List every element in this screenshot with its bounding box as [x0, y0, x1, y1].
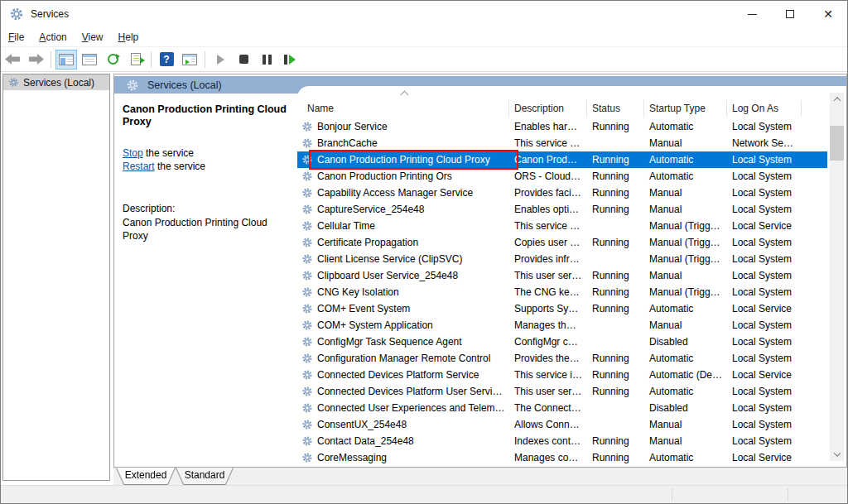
table-row[interactable]: Certificate PropagationCopies user …Runn…: [297, 234, 827, 251]
column-separator[interactable]: [643, 100, 644, 117]
maximize-button[interactable]: [771, 1, 809, 27]
service-gear-icon: [301, 336, 313, 348]
scroll-up-icon[interactable]: [830, 93, 844, 106]
stop-service-line: Stop the service: [123, 146, 290, 160]
cell-startup-type: Manual (Trigg…: [649, 286, 720, 298]
cell-description: ConfigMgr c…: [514, 336, 578, 348]
tab-extended[interactable]: Extended: [117, 468, 175, 484]
cell-log-on-as: Local System: [732, 353, 792, 364]
close-button[interactable]: ✕: [809, 1, 847, 27]
service-gear-icon: [301, 386, 313, 397]
restart-service-button[interactable]: [279, 50, 301, 70]
column-separator[interactable]: [801, 100, 802, 117]
cell-description: Provides infr…: [514, 253, 580, 265]
show-action-pane-button[interactable]: [179, 50, 200, 70]
column-header-description[interactable]: Description: [514, 103, 564, 114]
view-tabstrip: Extended Standard: [113, 467, 847, 485]
start-service-button[interactable]: [210, 50, 231, 70]
tab-extended-label: Extended: [117, 468, 175, 483]
menu-action[interactable]: Action: [31, 29, 74, 46]
table-row[interactable]: Contact Data_254e48Indexes cont…RunningM…: [297, 433, 827, 449]
column-header-log-on-as[interactable]: Log On As: [732, 103, 778, 114]
column-header-name[interactable]: Name: [307, 103, 334, 114]
cell-log-on-as: Local System: [732, 204, 792, 215]
table-row[interactable]: CNG Key IsolationThe CNG ke…RunningManua…: [297, 284, 827, 300]
table-row[interactable]: Connected Devices Platform User Servi…Th…: [297, 383, 827, 400]
service-gear-icon: [301, 237, 313, 248]
statusbar-separator: [788, 488, 788, 502]
service-detail-panel: Canon Production Printing Cloud Proxy St…: [114, 94, 298, 467]
table-row[interactable]: BranchCacheThis service …ManualNetwork S…: [297, 135, 827, 151]
column-separator[interactable]: [586, 100, 587, 117]
column-header-status[interactable]: Status: [592, 103, 620, 114]
stop-service-link[interactable]: Stop: [123, 147, 143, 159]
tab-standard[interactable]: Standard: [176, 468, 233, 484]
table-row[interactable]: CaptureService_254e48Enables opti…Runnin…: [297, 201, 827, 218]
menu-view[interactable]: View: [75, 29, 111, 46]
export-list-button[interactable]: [125, 50, 147, 70]
cell-startup-type: Manual (Trigg…: [649, 253, 720, 265]
refresh-button[interactable]: [102, 50, 123, 70]
toolbar: ?: [1, 47, 847, 72]
service-actions: Stop the service Restart the service: [123, 146, 290, 173]
table-row[interactable]: COM+ Event SystemSupports Sy…RunningAuto…: [297, 300, 827, 317]
menu-bar: File Action View Help: [1, 27, 847, 47]
stop-service-button[interactable]: [233, 50, 254, 70]
table-row[interactable]: Clipboard User Service_254e48This user s…: [297, 267, 827, 284]
cell-name: ConsentUX_254e48: [317, 419, 407, 430]
scroll-down-icon[interactable]: [830, 448, 844, 461]
pane-header-title: Services (Local): [147, 79, 222, 91]
restart-service-text: the service: [155, 161, 205, 172]
cell-log-on-as: Local System: [732, 435, 792, 447]
table-row[interactable]: Client License Service (ClipSVC)Provides…: [297, 251, 827, 267]
cell-startup-type: Manual: [649, 137, 682, 149]
menu-file[interactable]: File: [1, 29, 31, 46]
properties-button[interactable]: [79, 50, 100, 70]
column-separator[interactable]: [508, 100, 509, 117]
service-gear-icon: [301, 369, 313, 381]
cell-log-on-as: Local System: [732, 154, 792, 166]
table-row[interactable]: Capability Access Manager ServiceProvide…: [297, 185, 827, 201]
vertical-scrollbar[interactable]: [830, 93, 844, 461]
cell-status: Running: [592, 154, 629, 166]
table-row[interactable]: Configuration Manager Remote ControlProv…: [297, 350, 827, 367]
cell-startup-type: Automatic: [649, 170, 693, 182]
cell-description: Provides the…: [514, 353, 580, 364]
menu-help[interactable]: Help: [111, 29, 147, 46]
table-row[interactable]: COM+ System ApplicationManages th…Manual…: [297, 317, 827, 334]
column-separator[interactable]: [726, 100, 727, 117]
cell-name: COM+ System Application: [317, 319, 433, 331]
cell-description: Enables har…: [514, 121, 577, 132]
table-row[interactable]: Canon Production Printing OrsORS - Cloud…: [297, 168, 827, 185]
table-row[interactable]: Connected User Experiences and Telem…The…: [297, 400, 827, 416]
table-row[interactable]: Connected Devices Platform ServiceThis s…: [297, 367, 827, 383]
table-row[interactable]: Cellular TimeThis service …Manual (Trigg…: [297, 218, 827, 234]
table-row[interactable]: CoreMessagingManages co…RunningAutomatic…: [297, 449, 827, 466]
cell-log-on-as: Network Se…: [732, 137, 793, 149]
show-console-tree-button[interactable]: [55, 50, 77, 70]
cell-startup-type: Manual: [649, 419, 682, 430]
cell-log-on-as: Local System: [732, 336, 792, 348]
forward-button[interactable]: [25, 50, 46, 70]
cell-status: Running: [592, 121, 629, 132]
table-row[interactable]: ConfigMgr Task Sequence AgentConfigMgr c…: [297, 334, 827, 350]
cell-log-on-as: Local System: [732, 270, 792, 281]
annotation-highlight-box: [309, 150, 518, 170]
minimize-button[interactable]: [733, 1, 771, 27]
table-row[interactable]: Bonjour ServiceEnables har…RunningAutoma…: [297, 118, 827, 135]
help-button[interactable]: ?: [156, 50, 177, 70]
tree-item-services-local[interactable]: Services (Local): [3, 74, 109, 90]
back-button[interactable]: [2, 50, 23, 70]
cell-status: Running: [592, 204, 629, 215]
column-header-startup-type[interactable]: Startup Type: [649, 103, 706, 114]
window-title: Services: [31, 8, 69, 20]
tree-item-label: Services (Local): [23, 77, 94, 89]
help-icon: ?: [160, 52, 174, 66]
scrollbar-thumb[interactable]: [830, 126, 844, 161]
table-row[interactable]: Canon Production Printing Cloud ProxyCan…: [297, 151, 827, 168]
cell-status: Running: [592, 237, 629, 248]
table-row[interactable]: ConsentUX_254e48Allows Conn…ManualLocal …: [297, 416, 827, 433]
cell-log-on-as: Local Service: [732, 303, 792, 314]
pause-service-button[interactable]: [256, 50, 277, 70]
restart-service-link[interactable]: Restart: [123, 161, 155, 172]
